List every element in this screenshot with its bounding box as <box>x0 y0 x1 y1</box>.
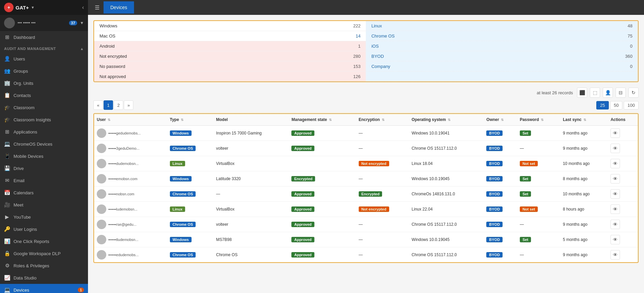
col-os[interactable]: Operating system ⇅ <box>409 114 484 126</box>
contacts-icon: 📋 <box>4 92 10 98</box>
columns-button[interactable]: ⊟ <box>616 88 626 98</box>
user-menu-icon[interactable]: ▼ <box>80 21 84 25</box>
col-model[interactable]: Model <box>214 114 289 126</box>
col-last-sync[interactable]: Last sync ⇅ <box>560 114 608 126</box>
table-row: ••••••dudemobsn...LinuxVirtualBoxNot enc… <box>94 156 638 171</box>
col-mgmt-state[interactable]: Management state ⇅ <box>289 114 356 126</box>
sidebar-item-youtube[interactable]: ▶ YouTube <box>0 211 88 223</box>
cell-model: volteer <box>214 217 289 232</box>
user-view-button[interactable]: 👤 <box>603 88 613 98</box>
cell-model: Chrome OS <box>214 247 289 263</box>
summary-link[interactable]: iOS <box>366 41 556 51</box>
cell-model: VirtualBox <box>214 156 289 171</box>
summary-link[interactable]: BYOD <box>366 51 556 62</box>
page-button-1[interactable]: 1 <box>104 100 113 110</box>
sidebar-item-data-studio[interactable]: 📈 Data Studio <box>0 272 88 284</box>
view-button[interactable]: 👁 <box>610 174 620 184</box>
filter-button[interactable]: ⬛ <box>577 88 587 98</box>
sidebar-item-calendars[interactable]: 📅 Calendars <box>0 187 88 199</box>
page-size-25[interactable]: 25 <box>596 101 608 109</box>
sidebar-item-mobile-devices[interactable]: 📱 Mobile Devices <box>0 150 88 162</box>
mgmt-badge: Approved <box>291 130 314 136</box>
page-size-50[interactable]: 50 <box>610 101 622 109</box>
cell-owner: BYOD <box>484 171 517 187</box>
sidebar-item-user-logins[interactable]: 🔑 User Logins <box>0 223 88 235</box>
summary-link[interactable]: Linux <box>366 21 556 31</box>
type-tag: Chrome OS <box>170 146 196 151</box>
sidebar-item-contacts[interactable]: 📋 Contacts <box>0 89 88 101</box>
calendars-icon: 📅 <box>4 190 10 196</box>
sidebar-item-org-units[interactable]: 🏢 Org. Units <box>0 77 88 89</box>
cell-mgmt-state: Approved <box>289 126 356 141</box>
logo-dropdown-icon[interactable]: ▼ <box>31 5 35 9</box>
col-type[interactable]: Type ⇅ <box>167 114 214 126</box>
cell-password: Not set <box>517 202 560 217</box>
sidebar-item-meet[interactable]: 🎥 Meet <box>0 199 88 211</box>
cell-mgmt-state: Approved <box>289 187 356 202</box>
sidebar-item-chromeos-devices[interactable]: 💻 ChromeOS Devices <box>0 138 88 150</box>
summary-row: Android 1 iOS 0 <box>94 41 638 51</box>
view-button[interactable]: 👁 <box>610 144 620 153</box>
type-tag: Windows <box>170 130 192 136</box>
sidebar-item-email[interactable]: ✉ Email <box>0 174 88 187</box>
cell-last-sync: 10 months ago <box>560 156 608 171</box>
col-actions: Actions <box>608 114 638 126</box>
view-button[interactable]: 👁 <box>610 159 620 168</box>
cell-encryption: — <box>356 247 409 263</box>
summary-value: 0 <box>556 62 638 72</box>
sidebar-item-applications[interactable]: ⊞ Applications <box>0 126 88 138</box>
filter-clear-button[interactable]: ⬚ <box>590 88 600 98</box>
page-size-100[interactable]: 100 <box>624 101 639 109</box>
cell-model: MS7B98 <box>214 232 289 247</box>
view-button[interactable]: 👁 <box>610 128 620 138</box>
notification-badge[interactable]: 37 <box>69 21 77 25</box>
summary-link[interactable]: Company <box>366 62 556 72</box>
view-button[interactable]: 👁 <box>610 235 620 244</box>
sidebar-item-drive[interactable]: 💾 Drive <box>0 162 88 174</box>
mgmt-badge: Approved <box>291 237 314 242</box>
next-page-button[interactable]: » <box>124 100 133 110</box>
page-button-2[interactable]: 2 <box>114 100 123 110</box>
sidebar-item-devices[interactable]: 💻 Devices 1 <box>0 284 88 293</box>
section-collapse-icon[interactable]: ▲ <box>80 47 84 51</box>
col-owner[interactable]: Owner ⇅ <box>484 114 517 126</box>
sidebar-collapse-button[interactable]: ‹ <box>82 4 84 10</box>
sidebar-item-groups[interactable]: 👥 Groups <box>0 65 88 77</box>
col-password[interactable]: Password ⇅ <box>517 114 560 126</box>
sidebar-item-classroom[interactable]: 🎓 Classroom <box>0 101 88 114</box>
table-header-row: User ⇅ Type ⇅ Model Management state ⇅ E… <box>94 114 638 126</box>
view-button[interactable]: 👁 <box>610 189 620 199</box>
user-logins-icon: 🔑 <box>4 226 10 232</box>
cell-mgmt-state: Approved <box>289 202 356 217</box>
owner-badge: BYOD <box>486 161 503 166</box>
cell-password: Set <box>517 232 560 247</box>
cell-model: volteer <box>214 141 289 156</box>
user-email: ••••••emobsn.com <box>108 177 137 181</box>
sort-icon: ⇅ <box>108 118 110 122</box>
view-button[interactable]: 👁 <box>610 250 620 260</box>
sidebar-item-dlp[interactable]: 🔒 Google Workspace DLP <box>0 247 88 260</box>
sidebar-item-one-click-reports[interactable]: 📊 One Click Reports <box>0 235 88 247</box>
sidebar-item-label: Calendars <box>14 190 84 195</box>
sidebar-item-label: Groups <box>14 69 84 74</box>
sidebar-item-label: User Logins <box>14 227 84 232</box>
topbar-menu-icon[interactable]: ☰ <box>91 1 104 14</box>
sidebar-item-dashboard[interactable]: ⊞ Dashboard <box>0 31 88 43</box>
prev-page-button[interactable]: « <box>93 100 103 110</box>
summary-link[interactable]: Chrome OS <box>366 31 556 41</box>
sidebar-item-label: Devices <box>14 288 74 293</box>
summary-label: Not approved <box>94 72 284 82</box>
sidebar-item-classroom-insights[interactable]: 🎓 Classroom Insights <box>0 114 88 126</box>
col-user[interactable]: User ⇅ <box>94 114 167 126</box>
refresh-button[interactable]: ↻ <box>628 88 639 98</box>
sidebar-item-label: Drive <box>14 166 84 171</box>
view-button[interactable]: 👁 <box>610 204 620 214</box>
view-button[interactable]: 👁 <box>610 220 620 229</box>
col-encryption[interactable]: Encryption ⇅ <box>356 114 409 126</box>
sidebar-item-label: Users <box>14 56 84 62</box>
cell-last-sync: 9 months ago <box>560 126 608 141</box>
devices-tab[interactable]: Devices <box>104 1 134 14</box>
sidebar-item-roles[interactable]: ⚙ Roles & Privileges <box>0 260 88 272</box>
sidebar-item-users[interactable]: 👤 Users <box>0 53 88 65</box>
table-row: ••••••tludemobsn...WindowsMS7B98Approved… <box>94 232 638 247</box>
